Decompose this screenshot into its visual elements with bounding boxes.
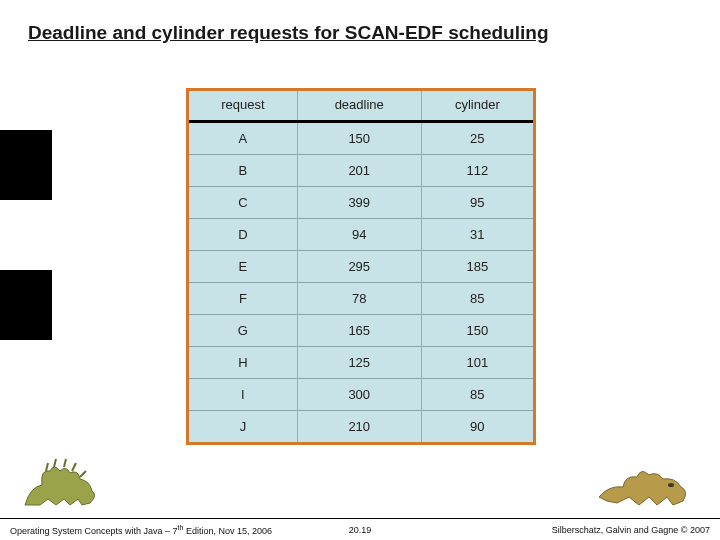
table-row: H125101 xyxy=(189,347,533,379)
table-cell: 150 xyxy=(421,315,533,347)
table-row: I30085 xyxy=(189,379,533,411)
col-request: request xyxy=(189,91,297,121)
table-cell: 210 xyxy=(297,411,421,443)
table-cell: 31 xyxy=(421,219,533,251)
table-cell: I xyxy=(189,379,297,411)
footer-left-b: Edition, Nov 15, 2006 xyxy=(183,526,272,536)
dinosaur-left-icon xyxy=(20,457,100,512)
requests-table-frame: request deadline cylinder A15025B201112C… xyxy=(186,88,536,445)
table-cell: B xyxy=(189,155,297,187)
footer-left: Operating System Concepts with Java – 7t… xyxy=(10,524,272,536)
requests-table: request deadline cylinder A15025B201112C… xyxy=(189,91,533,442)
footer-right: Silberschatz, Galvin and Gagne © 2007 xyxy=(552,525,710,535)
table-row: J21090 xyxy=(189,411,533,443)
table-header-row: request deadline cylinder xyxy=(189,91,533,121)
table-cell: D xyxy=(189,219,297,251)
left-accent-bar-top xyxy=(0,130,52,200)
footer-right-a: Silberschatz, Galvin and Gagne xyxy=(552,525,681,535)
table-row: E295185 xyxy=(189,251,533,283)
table-cell: 165 xyxy=(297,315,421,347)
table-cell: A xyxy=(189,123,297,155)
table-row: A15025 xyxy=(189,123,533,155)
table-cell: 85 xyxy=(421,379,533,411)
table-cell: C xyxy=(189,187,297,219)
table-cell: 300 xyxy=(297,379,421,411)
footer-copyright: © 2007 xyxy=(681,525,710,535)
table-cell: 125 xyxy=(297,347,421,379)
table-cell: G xyxy=(189,315,297,347)
svg-point-0 xyxy=(668,483,674,487)
footer-left-a: Operating System Concepts with Java – 7 xyxy=(10,526,178,536)
table-cell: 101 xyxy=(421,347,533,379)
table-cell: E xyxy=(189,251,297,283)
table-cell: F xyxy=(189,283,297,315)
table-cell: 90 xyxy=(421,411,533,443)
table-cell: 399 xyxy=(297,187,421,219)
table-row: F7885 xyxy=(189,283,533,315)
page-title: Deadline and cylinder requests for SCAN-… xyxy=(28,22,549,44)
table-cell: J xyxy=(189,411,297,443)
table-row: B201112 xyxy=(189,155,533,187)
table-cell: 85 xyxy=(421,283,533,315)
table-row: C39995 xyxy=(189,187,533,219)
table-row: G165150 xyxy=(189,315,533,347)
table-cell: 95 xyxy=(421,187,533,219)
table-cell: 112 xyxy=(421,155,533,187)
table-cell: 25 xyxy=(421,123,533,155)
table-cell: 78 xyxy=(297,283,421,315)
table-cell: 150 xyxy=(297,123,421,155)
left-accent-bar-bottom xyxy=(0,270,52,340)
col-deadline: deadline xyxy=(297,91,421,121)
table-cell: 185 xyxy=(421,251,533,283)
dinosaur-right-icon xyxy=(595,457,690,512)
slide-footer: Operating System Concepts with Java – 7t… xyxy=(0,518,720,540)
table-cell: H xyxy=(189,347,297,379)
table-cell: 295 xyxy=(297,251,421,283)
table-cell: 201 xyxy=(297,155,421,187)
table-cell: 94 xyxy=(297,219,421,251)
table-row: D9431 xyxy=(189,219,533,251)
footer-page-number: 20.19 xyxy=(349,525,372,535)
col-cylinder: cylinder xyxy=(421,91,533,121)
